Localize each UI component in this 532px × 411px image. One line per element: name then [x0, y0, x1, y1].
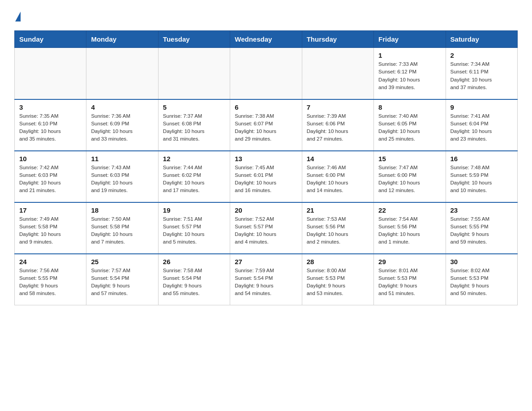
day-number: 21 — [307, 206, 369, 214]
calendar-cell: 13Sunrise: 7:45 AMSunset: 6:01 PMDayligh… — [230, 151, 302, 202]
day-info: Sunrise: 7:50 AMSunset: 5:58 PMDaylight:… — [91, 215, 153, 246]
day-info: Sunrise: 7:51 AMSunset: 5:57 PMDaylight:… — [163, 215, 225, 246]
day-info: Sunrise: 7:49 AMSunset: 5:58 PMDaylight:… — [19, 215, 82, 246]
weekday-header-wednesday: Wednesday — [230, 31, 302, 48]
calendar-cell: 14Sunrise: 7:46 AMSunset: 6:00 PMDayligh… — [302, 151, 373, 202]
day-number: 10 — [19, 155, 82, 163]
day-number: 25 — [91, 258, 153, 265]
calendar-cell — [302, 48, 373, 99]
day-info: Sunrise: 8:00 AMSunset: 5:53 PMDaylight:… — [307, 267, 369, 298]
weekday-header-friday: Friday — [374, 31, 446, 48]
day-number: 30 — [450, 258, 513, 265]
calendar-cell: 10Sunrise: 7:42 AMSunset: 6:03 PMDayligh… — [15, 151, 86, 202]
calendar-cell: 2Sunrise: 7:34 AMSunset: 6:11 PMDaylight… — [446, 48, 517, 99]
day-info: Sunrise: 7:40 AMSunset: 6:05 PMDaylight:… — [378, 112, 441, 143]
calendar-cell: 29Sunrise: 8:01 AMSunset: 5:53 PMDayligh… — [374, 254, 446, 305]
weekday-header-row: SundayMondayTuesdayWednesdayThursdayFrid… — [15, 31, 518, 48]
day-info: Sunrise: 7:36 AMSunset: 6:09 PMDaylight:… — [91, 112, 153, 143]
day-number: 1 — [378, 51, 441, 59]
day-info: Sunrise: 7:56 AMSunset: 5:55 PMDaylight:… — [19, 267, 82, 298]
calendar-cell: 23Sunrise: 7:55 AMSunset: 5:55 PMDayligh… — [446, 202, 517, 254]
day-number: 11 — [91, 155, 153, 163]
calendar-cell: 11Sunrise: 7:43 AMSunset: 6:03 PMDayligh… — [86, 151, 158, 202]
day-info: Sunrise: 7:48 AMSunset: 5:59 PMDaylight:… — [450, 164, 513, 195]
day-number: 26 — [163, 258, 225, 265]
calendar-week-row: 24Sunrise: 7:56 AMSunset: 5:55 PMDayligh… — [15, 254, 518, 305]
day-number: 3 — [19, 103, 82, 111]
calendar-cell: 19Sunrise: 7:51 AMSunset: 5:57 PMDayligh… — [158, 202, 230, 254]
day-info: Sunrise: 7:38 AMSunset: 6:07 PMDaylight:… — [235, 112, 297, 143]
calendar-week-row: 1Sunrise: 7:33 AMSunset: 6:12 PMDaylight… — [15, 48, 518, 99]
day-number: 29 — [378, 258, 441, 265]
calendar-cell — [230, 48, 302, 99]
calendar-cell: 17Sunrise: 7:49 AMSunset: 5:58 PMDayligh… — [15, 202, 86, 254]
day-info: Sunrise: 7:37 AMSunset: 6:08 PMDaylight:… — [163, 112, 225, 143]
day-info: Sunrise: 7:42 AMSunset: 6:03 PMDaylight:… — [19, 164, 82, 195]
calendar-cell: 21Sunrise: 7:53 AMSunset: 5:56 PMDayligh… — [302, 202, 373, 254]
calendar-cell: 20Sunrise: 7:52 AMSunset: 5:57 PMDayligh… — [230, 202, 302, 254]
calendar-cell — [158, 48, 230, 99]
day-info: Sunrise: 7:33 AMSunset: 6:12 PMDaylight:… — [378, 60, 441, 91]
day-number: 5 — [163, 103, 225, 111]
day-number: 2 — [450, 51, 513, 59]
day-number: 19 — [163, 206, 225, 214]
weekday-header-sunday: Sunday — [15, 31, 86, 48]
day-info: Sunrise: 7:47 AMSunset: 6:00 PMDaylight:… — [378, 164, 441, 195]
weekday-header-tuesday: Tuesday — [158, 31, 230, 48]
calendar-cell: 26Sunrise: 7:58 AMSunset: 5:54 PMDayligh… — [158, 254, 230, 305]
day-info: Sunrise: 7:43 AMSunset: 6:03 PMDaylight:… — [91, 164, 153, 195]
logo — [14, 11, 21, 21]
day-number: 27 — [235, 258, 297, 265]
day-info: Sunrise: 7:34 AMSunset: 6:11 PMDaylight:… — [450, 60, 513, 91]
day-info: Sunrise: 7:58 AMSunset: 5:54 PMDaylight:… — [163, 267, 225, 298]
calendar-cell: 25Sunrise: 7:57 AMSunset: 5:54 PMDayligh… — [86, 254, 158, 305]
calendar-cell: 8Sunrise: 7:40 AMSunset: 6:05 PMDaylight… — [374, 99, 446, 151]
calendar-cell: 22Sunrise: 7:54 AMSunset: 5:56 PMDayligh… — [374, 202, 446, 254]
calendar-cell — [15, 48, 86, 99]
day-info: Sunrise: 7:44 AMSunset: 6:02 PMDaylight:… — [163, 164, 225, 195]
calendar-cell — [86, 48, 158, 99]
day-number: 9 — [450, 103, 513, 111]
day-number: 18 — [91, 206, 153, 214]
calendar-cell: 5Sunrise: 7:37 AMSunset: 6:08 PMDaylight… — [158, 99, 230, 151]
day-number: 20 — [235, 206, 297, 214]
day-number: 23 — [450, 206, 513, 214]
day-number: 24 — [19, 258, 82, 265]
calendar-cell: 9Sunrise: 7:41 AMSunset: 6:04 PMDaylight… — [446, 99, 517, 151]
page-header — [14, 11, 518, 21]
calendar-cell: 6Sunrise: 7:38 AMSunset: 6:07 PMDaylight… — [230, 99, 302, 151]
day-number: 8 — [378, 103, 441, 111]
calendar-week-row: 10Sunrise: 7:42 AMSunset: 6:03 PMDayligh… — [15, 151, 518, 202]
day-number: 16 — [450, 155, 513, 163]
calendar-cell: 3Sunrise: 7:35 AMSunset: 6:10 PMDaylight… — [15, 99, 86, 151]
calendar-cell: 1Sunrise: 7:33 AMSunset: 6:12 PMDaylight… — [374, 48, 446, 99]
calendar-cell: 28Sunrise: 8:00 AMSunset: 5:53 PMDayligh… — [302, 254, 373, 305]
day-info: Sunrise: 7:45 AMSunset: 6:01 PMDaylight:… — [235, 164, 297, 195]
calendar-cell: 12Sunrise: 7:44 AMSunset: 6:02 PMDayligh… — [158, 151, 230, 202]
day-info: Sunrise: 8:02 AMSunset: 5:53 PMDaylight:… — [450, 267, 513, 298]
day-info: Sunrise: 7:39 AMSunset: 6:06 PMDaylight:… — [307, 112, 369, 143]
weekday-header-monday: Monday — [86, 31, 158, 48]
day-number: 28 — [307, 258, 369, 265]
day-number: 6 — [235, 103, 297, 111]
calendar-cell: 4Sunrise: 7:36 AMSunset: 6:09 PMDaylight… — [86, 99, 158, 151]
day-number: 22 — [378, 206, 441, 214]
calendar-cell: 30Sunrise: 8:02 AMSunset: 5:53 PMDayligh… — [446, 254, 517, 305]
day-info: Sunrise: 7:54 AMSunset: 5:56 PMDaylight:… — [378, 215, 441, 246]
calendar-cell: 18Sunrise: 7:50 AMSunset: 5:58 PMDayligh… — [86, 202, 158, 254]
calendar-week-row: 17Sunrise: 7:49 AMSunset: 5:58 PMDayligh… — [15, 202, 518, 254]
day-number: 13 — [235, 155, 297, 163]
day-info: Sunrise: 7:59 AMSunset: 5:54 PMDaylight:… — [235, 267, 297, 298]
day-info: Sunrise: 7:55 AMSunset: 5:55 PMDaylight:… — [450, 215, 513, 246]
calendar-cell: 15Sunrise: 7:47 AMSunset: 6:00 PMDayligh… — [374, 151, 446, 202]
day-info: Sunrise: 7:52 AMSunset: 5:57 PMDaylight:… — [235, 215, 297, 246]
day-number: 12 — [163, 155, 225, 163]
calendar-cell: 24Sunrise: 7:56 AMSunset: 5:55 PMDayligh… — [15, 254, 86, 305]
weekday-header-saturday: Saturday — [446, 31, 517, 48]
day-info: Sunrise: 7:57 AMSunset: 5:54 PMDaylight:… — [91, 267, 153, 298]
day-number: 7 — [307, 103, 369, 111]
day-number: 15 — [378, 155, 441, 163]
day-number: 14 — [307, 155, 369, 163]
day-number: 17 — [19, 206, 82, 214]
logo-triangle-icon — [15, 12, 21, 21]
